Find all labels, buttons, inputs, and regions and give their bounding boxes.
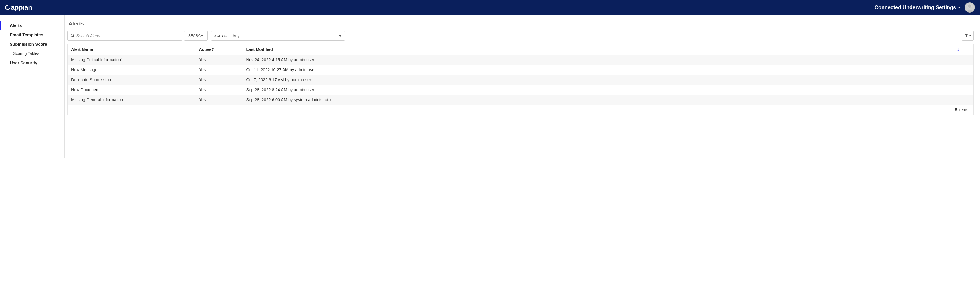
- col-header-modified[interactable]: Last Modified ↓: [243, 44, 963, 55]
- col-header-modified-text: Last Modified: [246, 47, 273, 52]
- search-icon: [71, 33, 75, 38]
- search-input[interactable]: [76, 31, 182, 40]
- user-icon: [965, 3, 975, 12]
- table-row[interactable]: Missing General Information Yes Sep 28, …: [68, 95, 974, 105]
- site-title: Connected Underwriting Settings: [875, 5, 956, 11]
- cell-name: New Message: [68, 65, 196, 75]
- sidebar-item-label: Email Templates: [10, 32, 43, 37]
- table-header-row: Alert Name Active? Last Modified ↓: [68, 44, 974, 55]
- sidebar-item-label: Submission Score: [10, 42, 47, 46]
- sidebar-item-label: Alerts: [10, 23, 22, 28]
- cell-modified: Oct 11, 2022 10:27 AM by admin user: [243, 65, 963, 75]
- appian-logo[interactable]: appian: [5, 3, 32, 11]
- toolbar: SEARCH ACTIVE? Any: [67, 31, 974, 41]
- table-row[interactable]: New Message Yes Oct 11, 2022 10:27 AM by…: [68, 65, 974, 75]
- filter-options-button[interactable]: [962, 31, 974, 41]
- cell-actions: [963, 75, 974, 85]
- cell-active: Yes: [196, 75, 243, 85]
- chevron-down-icon: [339, 35, 342, 37]
- cell-active: Yes: [196, 55, 243, 65]
- active-filter-select[interactable]: ACTIVE? Any: [211, 31, 345, 41]
- table-row[interactable]: Duplicate Submission Yes Oct 7, 2022 6:1…: [68, 75, 974, 85]
- active-filter-value: Any: [232, 33, 239, 38]
- svg-point-0: [968, 4, 971, 8]
- table-row[interactable]: New Document Yes Sep 28, 2022 8:24 AM by…: [68, 85, 974, 95]
- cell-active: Yes: [196, 95, 243, 105]
- page-title: Alerts: [68, 21, 974, 27]
- caret-down-icon: [958, 6, 961, 8]
- cell-actions: [963, 95, 974, 105]
- site-selector[interactable]: Connected Underwriting Settings: [875, 5, 961, 11]
- cell-name: Missing General Information: [68, 95, 196, 105]
- avatar[interactable]: [964, 2, 975, 13]
- sidebar-sub-scoring-tables[interactable]: Scoring Tables: [0, 49, 64, 58]
- sidebar-item-email-templates[interactable]: Email Templates: [0, 30, 64, 40]
- cell-actions: [963, 65, 974, 75]
- search-button[interactable]: SEARCH: [184, 31, 208, 41]
- col-header-name[interactable]: Alert Name: [68, 44, 196, 55]
- logo-text: appian: [11, 3, 32, 11]
- sidebar-item-user-security[interactable]: User Security: [0, 58, 64, 67]
- cell-modified: Nov 24, 2022 4:15 AM by admin user: [243, 55, 963, 65]
- funnel-icon: [964, 33, 968, 38]
- svg-point-1: [71, 34, 74, 36]
- cell-modified: Oct 7, 2022 6:17 AM by admin user: [243, 75, 963, 85]
- cell-active: Yes: [196, 65, 243, 75]
- cell-name: Duplicate Submission: [68, 75, 196, 85]
- cell-name: New Document: [68, 85, 196, 95]
- cell-modified: Sep 28, 2022 8:24 AM by admin user: [243, 85, 963, 95]
- svg-line-2: [73, 36, 75, 37]
- sort-desc-icon: ↓: [957, 47, 959, 52]
- layout: Alerts Email Templates Submission Score …: [0, 15, 980, 158]
- sidebar-item-label: User Security: [10, 60, 37, 65]
- sidebar: Alerts Email Templates Submission Score …: [0, 15, 64, 158]
- cell-name: Missing Critical Information1: [68, 55, 196, 65]
- search-field-wrap: [67, 31, 182, 41]
- main-content: Alerts SEARCH ACTIVE? Any: [64, 15, 980, 158]
- cell-actions: [963, 55, 974, 65]
- table-row[interactable]: Missing Critical Information1 Yes Nov 24…: [68, 55, 974, 65]
- logo-arc-icon: [4, 4, 11, 11]
- sidebar-item-submission-score[interactable]: Submission Score: [0, 40, 64, 49]
- cell-actions: [963, 85, 974, 95]
- chevron-down-icon: [969, 35, 971, 36]
- col-header-actions: [963, 44, 974, 55]
- alerts-table: Alert Name Active? Last Modified ↓ Missi…: [67, 44, 974, 105]
- cell-active: Yes: [196, 85, 243, 95]
- col-header-active[interactable]: Active?: [196, 44, 243, 55]
- item-count-suffix: items: [957, 107, 968, 112]
- header-right: Connected Underwriting Settings: [875, 2, 975, 13]
- sidebar-sub-label: Scoring Tables: [13, 51, 40, 56]
- sidebar-item-alerts[interactable]: Alerts: [0, 21, 64, 30]
- cell-modified: Sep 28, 2022 6:00 AM by system.administr…: [243, 95, 963, 105]
- table-footer: 5 items: [67, 105, 974, 115]
- app-header: appian Connected Underwriting Settings: [0, 0, 980, 15]
- active-filter-label: ACTIVE?: [214, 34, 228, 37]
